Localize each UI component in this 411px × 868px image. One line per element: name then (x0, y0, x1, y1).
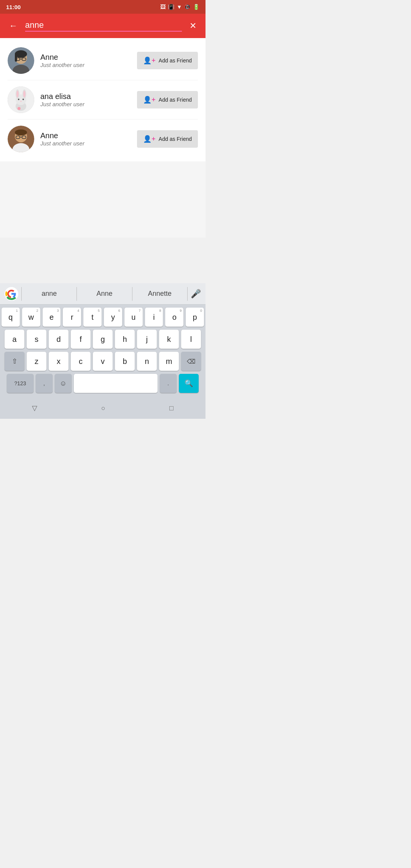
user-name-3: Anne (40, 131, 131, 140)
svg-point-13 (16, 91, 19, 97)
key-s[interactable]: s (27, 330, 46, 349)
add-friend-icon-3: 👤+ (143, 135, 156, 143)
key-row-2: a s d f g h j k l (2, 330, 204, 349)
suggestion-bar: anne Anne Annette 🎤 (0, 283, 206, 305)
key-q[interactable]: 1q (2, 308, 20, 327)
signal-icon: 📵 (184, 4, 191, 10)
key-n[interactable]: n (137, 352, 157, 371)
user-info-3: Anne Just another user (40, 131, 131, 147)
add-friend-button-2[interactable]: 👤+ Add as Friend (137, 91, 198, 108)
key-row-3: ⇧ z x c v b n m ⌫ (2, 352, 204, 371)
user-subtitle-3: Just another user (40, 140, 131, 147)
key-w[interactable]: 2w (22, 308, 40, 327)
key-p[interactable]: 0p (186, 308, 204, 327)
add-friend-label-3: Add as Friend (159, 136, 192, 142)
svg-point-14 (23, 91, 25, 97)
key-f[interactable]: f (71, 330, 91, 349)
key-g[interactable]: g (93, 330, 113, 349)
mic-icon[interactable]: 🎤 (191, 289, 201, 299)
key-k[interactable]: k (159, 330, 179, 349)
bottom-action-bar: ▽ ○ □ (0, 399, 206, 419)
svg-point-22 (15, 129, 27, 136)
suggestion-divider-2 (76, 287, 77, 301)
key-x[interactable]: x (49, 352, 68, 371)
key-l[interactable]: l (181, 330, 201, 349)
status-time: 11:00 (6, 4, 21, 10)
results-container: Anne Just another user 👤+ Add as Friend (0, 38, 206, 161)
add-friend-button-1[interactable]: 👤+ Add as Friend (137, 52, 198, 69)
back-button[interactable]: ← (6, 19, 21, 32)
key-o[interactable]: 9o (165, 308, 183, 327)
suggestion-anne-upper[interactable]: Anne (80, 290, 129, 298)
empty-space (0, 161, 206, 238)
key-m[interactable]: m (159, 352, 179, 371)
key-row-1: 1q 2w 3e 4r 5t 6y 7u 8i 9o 0p (2, 308, 204, 327)
suggestion-anne-lower[interactable]: anne (25, 290, 73, 298)
avatar-3 (8, 126, 34, 152)
key-t[interactable]: 5t (83, 308, 102, 327)
key-r[interactable]: 4r (63, 308, 81, 327)
add-friend-icon-2: 👤+ (143, 96, 156, 104)
nav-recent-button[interactable]: □ (169, 404, 174, 412)
add-friend-icon-1: 👤+ (143, 56, 156, 65)
keyboard-area: anne Anne Annette 🎤 1q 2w 3e 4r 5t 6y 7u… (0, 283, 206, 419)
key-a[interactable]: a (5, 330, 24, 349)
key-z[interactable]: z (27, 352, 46, 371)
key-d[interactable]: d (49, 330, 68, 349)
nav-back-button[interactable]: ▽ (32, 404, 37, 412)
keyboard: 1q 2w 3e 4r 5t 6y 7u 8i 9o 0p a s d f g … (0, 305, 206, 399)
user-subtitle-1: Just another user (40, 62, 131, 68)
avatar-1 (8, 47, 34, 74)
key-space[interactable] (74, 374, 158, 393)
user-info-2: ana elisa Just another user (40, 92, 131, 107)
user-item-2: ana elisa Just another user 👤+ Add as Fr… (0, 80, 206, 119)
svg-point-18 (18, 107, 21, 110)
key-y[interactable]: 6y (104, 308, 122, 327)
search-input[interactable] (25, 20, 182, 32)
search-input-wrapper (25, 20, 182, 32)
wifi-icon: ▼ (177, 4, 182, 10)
key-c[interactable]: c (71, 352, 91, 371)
add-friend-label-1: Add as Friend (159, 57, 192, 64)
suggestion-divider-3 (132, 287, 132, 301)
svg-rect-26 (15, 146, 27, 150)
key-backspace[interactable]: ⌫ (181, 352, 201, 371)
key-j[interactable]: j (137, 330, 157, 349)
gallery-icon: 🖼 (160, 4, 166, 10)
user-item-3: Anne Just another user 👤+ Add as Friend (0, 120, 206, 158)
add-friend-label-2: Add as Friend (159, 97, 192, 103)
suggestion-divider-4 (187, 287, 188, 301)
user-subtitle-2: Just another user (40, 101, 131, 107)
suggestion-annette[interactable]: Annette (135, 290, 184, 298)
google-logo (5, 287, 18, 301)
key-numbers[interactable]: ?123 (7, 374, 33, 393)
svg-point-15 (18, 99, 19, 100)
svg-point-16 (22, 99, 24, 100)
key-i[interactable]: 8i (145, 308, 163, 327)
key-b[interactable]: b (115, 352, 135, 371)
status-icons: 🖼 📳 ▼ 📵 🔋 (160, 4, 199, 10)
key-search[interactable]: 🔍 (179, 374, 199, 393)
key-emoji[interactable]: ☺ (55, 374, 72, 393)
user-name-2: ana elisa (40, 92, 131, 101)
nav-home-button[interactable]: ○ (101, 404, 105, 412)
key-shift[interactable]: ⇧ (5, 352, 24, 371)
vibrate-icon: 📳 (168, 4, 174, 10)
key-e[interactable]: 3e (43, 308, 61, 327)
battery-icon: 🔋 (193, 4, 199, 10)
user-name-1: Anne (40, 53, 131, 62)
key-period[interactable]: . (160, 374, 177, 393)
key-row-4: ?123 , ☺ . 🔍 (2, 374, 204, 393)
svg-point-17 (20, 101, 22, 102)
avatar-2 (8, 86, 34, 113)
user-item-1: Anne Just another user 👤+ Add as Friend (0, 41, 206, 80)
key-h[interactable]: h (115, 330, 135, 349)
clear-button[interactable]: ✕ (186, 19, 199, 32)
suggestion-divider-1 (21, 287, 22, 301)
search-bar: ← ✕ (0, 14, 206, 38)
user-info-1: Anne Just another user (40, 53, 131, 68)
add-friend-button-3[interactable]: 👤+ Add as Friend (137, 130, 198, 148)
key-v[interactable]: v (93, 352, 113, 371)
key-comma[interactable]: , (36, 374, 53, 393)
key-u[interactable]: 7u (124, 308, 143, 327)
